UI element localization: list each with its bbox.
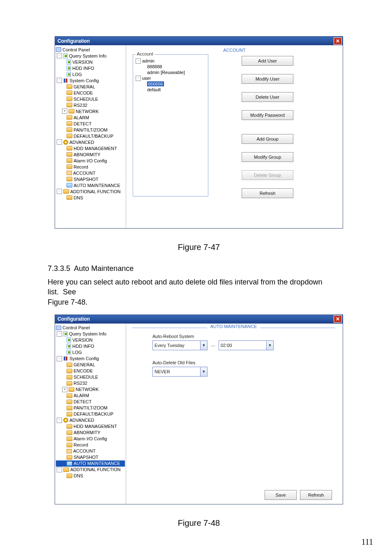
delete-user-button[interactable]: Delete User bbox=[242, 92, 293, 102]
tree-addfunc[interactable]: ADDTIONAL FUNCTION bbox=[70, 189, 120, 194]
tree-item[interactable]: SNAPSHOT bbox=[74, 455, 99, 460]
tree-query[interactable]: Query System Info bbox=[69, 53, 106, 58]
expand-icon[interactable]: + bbox=[62, 109, 67, 114]
tree-advanced[interactable]: ADVANCED bbox=[69, 418, 94, 423]
people-icon bbox=[67, 449, 72, 453]
expand-icon[interactable]: + bbox=[62, 387, 67, 392]
add-group-button[interactable]: Add Group bbox=[242, 134, 293, 144]
folder-icon bbox=[69, 109, 74, 113]
tree-addfunc[interactable]: ADDTIONAL FUNCTION bbox=[70, 467, 120, 472]
collapse-icon[interactable]: - bbox=[57, 189, 62, 194]
close-icon[interactable]: ✕ bbox=[334, 315, 342, 323]
reboot-day-select[interactable]: Every Tuesday ▼ bbox=[152, 340, 208, 350]
doc-icon bbox=[67, 66, 71, 71]
tree-item[interactable]: HDD MANAGEMENT bbox=[74, 424, 117, 429]
tree-item[interactable]: ACCOUNT bbox=[73, 171, 95, 176]
tree-item[interactable]: DNS bbox=[74, 195, 83, 200]
tree-root[interactable]: Control Panel bbox=[62, 325, 90, 330]
tree-root[interactable]: Control Panel bbox=[62, 47, 90, 52]
folder-icon bbox=[63, 467, 69, 472]
tree-item[interactable]: LOG bbox=[72, 350, 82, 355]
nav-tree[interactable]: Control Panel -Query System Info VERSION… bbox=[55, 324, 126, 504]
refresh-button[interactable]: Refresh bbox=[242, 188, 293, 198]
refresh-button[interactable]: Refresh bbox=[300, 490, 332, 500]
tree-item[interactable]: GENERAL bbox=[74, 362, 95, 367]
folder-icon bbox=[67, 461, 72, 466]
tree-item[interactable]: ABNORMITY bbox=[74, 152, 100, 157]
collapse-icon[interactable]: - bbox=[57, 78, 62, 83]
collapse-icon[interactable]: - bbox=[57, 418, 62, 423]
tree-item[interactable]: Record bbox=[74, 164, 88, 169]
tree-item[interactable]: LOG bbox=[72, 72, 82, 77]
tree-item-selected[interactable]: AUTO MAINTENANCE bbox=[74, 461, 120, 466]
collapse-icon[interactable]: - bbox=[136, 58, 141, 64]
tree-item[interactable]: HDD MANAGEMENT bbox=[74, 146, 117, 151]
modify-user-button[interactable]: Modify User bbox=[242, 74, 293, 84]
tree-sysconfig[interactable]: System Config bbox=[69, 356, 99, 361]
tree-item[interactable]: NETWORK bbox=[76, 109, 99, 114]
collapse-icon[interactable]: - bbox=[57, 331, 62, 337]
tree-item[interactable]: PAN/TILT/ZOOM bbox=[74, 405, 108, 410]
close-icon[interactable]: ✕ bbox=[334, 37, 342, 45]
tree-item[interactable]: ABNORMITY bbox=[74, 430, 100, 435]
nav-tree[interactable]: Control Panel -Query System Info VERSION… bbox=[55, 45, 126, 228]
folder-icon bbox=[67, 381, 72, 386]
folder-icon bbox=[67, 363, 72, 367]
figure-caption-48: Figure 7-48 bbox=[45, 518, 353, 528]
folder-icon bbox=[67, 115, 72, 120]
user-item[interactable]: default bbox=[147, 87, 161, 92]
tree-sysconfig[interactable]: System Config bbox=[69, 78, 99, 83]
tree-item[interactable]: RS232 bbox=[74, 381, 88, 386]
tree-item[interactable]: VERSION bbox=[72, 338, 93, 342]
tree-item[interactable]: Record bbox=[74, 442, 88, 447]
tree-item[interactable]: RS232 bbox=[74, 103, 88, 108]
tree-query[interactable]: Query System Info bbox=[69, 331, 106, 336]
tree-item[interactable]: SCHEDULE bbox=[74, 97, 98, 102]
tree-item[interactable]: NETWORK bbox=[76, 387, 99, 392]
collapse-icon[interactable]: - bbox=[57, 356, 62, 361]
modify-password-button[interactable]: Modify Password bbox=[242, 110, 293, 120]
group-user[interactable]: user bbox=[142, 76, 151, 81]
auto-delete-select[interactable]: NEVER ▼ bbox=[152, 367, 208, 377]
add-user-button[interactable]: Add User bbox=[242, 56, 293, 66]
tree-item[interactable]: GENERAL bbox=[74, 84, 95, 89]
section-number: 7.3.3.5 bbox=[48, 264, 70, 273]
collapse-icon[interactable]: - bbox=[57, 139, 62, 145]
tree-item[interactable]: DEFAULT/BACKUP bbox=[74, 134, 113, 139]
tree-item[interactable]: DEFAULT/BACKUP bbox=[74, 412, 113, 416]
tree-item[interactable]: AUTO MAINTENANCE bbox=[74, 183, 120, 188]
tree-item[interactable]: VERSION bbox=[72, 60, 93, 65]
tree-item[interactable]: Alarm I/O Config bbox=[74, 158, 107, 163]
tree-item[interactable]: SCHEDULE bbox=[74, 375, 98, 379]
user-item-selected[interactable]: 666666 bbox=[147, 81, 164, 86]
account-tree[interactable]: -admin 888888 admin [Reuseable] -user 66… bbox=[136, 58, 205, 92]
tree-item[interactable]: DETECT bbox=[74, 399, 92, 404]
tree-item[interactable]: DETECT bbox=[74, 121, 92, 126]
tree-item[interactable]: ENCODE bbox=[74, 368, 93, 373]
tree-item[interactable]: Alarm I/O Config bbox=[74, 436, 107, 441]
tree-item[interactable]: ALARM bbox=[74, 115, 89, 120]
user-item[interactable]: admin [Reuseable] bbox=[147, 70, 185, 75]
collapse-icon[interactable]: - bbox=[57, 467, 62, 472]
collapse-icon[interactable]: - bbox=[136, 76, 141, 81]
tree-item[interactable]: ACCOUNT bbox=[73, 449, 95, 453]
folder-icon bbox=[69, 387, 74, 392]
folder-icon bbox=[67, 375, 72, 379]
tree-item[interactable]: HDD INFO bbox=[72, 344, 94, 349]
tree-item[interactable]: PAN/TILT/ZOOM bbox=[74, 127, 108, 132]
auto-delete-value: NEVER bbox=[154, 369, 170, 374]
tree-item[interactable]: ALARM bbox=[74, 393, 89, 398]
tree-item[interactable]: ENCODE bbox=[74, 90, 93, 95]
user-item[interactable]: 888888 bbox=[147, 64, 162, 69]
section-title: Auto Maintenance bbox=[74, 264, 134, 273]
tree-item[interactable]: DNS bbox=[74, 473, 83, 478]
tree-item[interactable]: HDD INFO bbox=[72, 66, 94, 71]
tree-advanced[interactable]: ADVANCED bbox=[69, 140, 94, 145]
group-admin[interactable]: admin bbox=[142, 58, 154, 63]
tree-item[interactable]: SNAPSHOT bbox=[74, 177, 99, 182]
reboot-time-select[interactable]: 02:00 ▼ bbox=[219, 340, 274, 350]
folder-icon bbox=[63, 189, 69, 194]
modify-group-button[interactable]: Modify Group bbox=[242, 152, 293, 162]
save-button[interactable]: Save bbox=[265, 490, 297, 500]
collapse-icon[interactable]: - bbox=[57, 53, 62, 58]
